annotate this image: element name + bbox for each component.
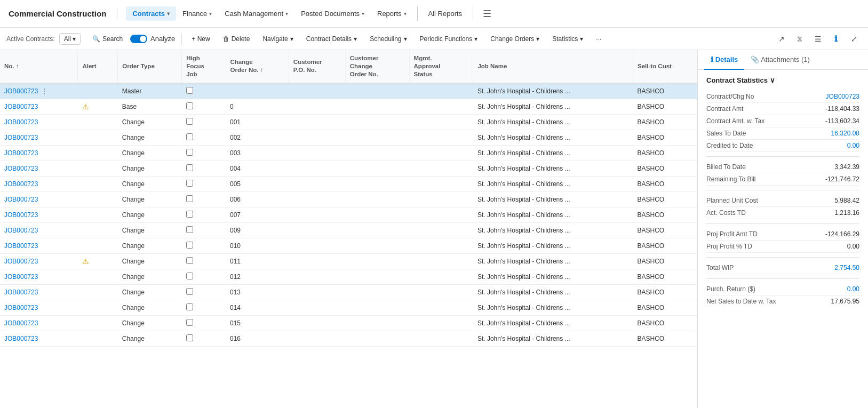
search-button[interactable]: 🔍 Search	[87, 33, 128, 45]
no-link[interactable]: JOB000723	[4, 289, 38, 296]
table-row[interactable]: JOB000723Change001St. John's Hospital - …	[0, 114, 697, 130]
new-label: + New	[192, 35, 210, 43]
no-link[interactable]: JOB000723	[4, 273, 38, 281]
table-row[interactable]: JOB000723Change006St. John's Hospital - …	[0, 191, 697, 207]
high-focus-checkbox[interactable]	[186, 273, 193, 279]
nav-item-cash-management[interactable]: Cash Management ▾	[218, 6, 294, 21]
no-link[interactable]: JOB000723	[4, 134, 38, 141]
col-job-name[interactable]: Job Name	[473, 50, 633, 83]
col-alert[interactable]: Alert	[78, 50, 118, 83]
contract-details-button[interactable]: Contract Details ▾	[301, 33, 362, 45]
col-no[interactable]: No. ↑	[0, 50, 78, 83]
high-focus-checkbox[interactable]	[186, 133, 193, 140]
no-link[interactable]: JOB000723	[4, 335, 38, 342]
col-high-focus[interactable]: HighFocusJob	[182, 50, 226, 83]
table-row[interactable]: JOB000723Change002St. John's Hospital - …	[0, 130, 697, 145]
tab-attachments[interactable]: 📎 Attachments (1)	[744, 50, 816, 70]
new-button[interactable]: + New	[186, 33, 215, 45]
table-row[interactable]: JOB000723⚠Change011St. John's Hospital -…	[0, 253, 697, 269]
delete-button[interactable]: 🗑 Delete	[218, 33, 256, 45]
cell-change-order-no: 010	[226, 238, 289, 253]
no-link[interactable]: JOB000723	[4, 165, 38, 172]
nav-item-finance[interactable]: Finance ▾	[176, 6, 218, 21]
table-row[interactable]: JOB000723Change009St. John's Hospital - …	[0, 222, 697, 238]
high-focus-checkbox[interactable]	[186, 149, 193, 156]
hamburger-menu[interactable]: ☰	[477, 5, 497, 23]
change-orders-button[interactable]: Change Orders ▾	[485, 33, 545, 45]
col-change-order-no[interactable]: ChangeOrder No. ↑	[226, 50, 289, 83]
info-icon-btn[interactable]: ℹ	[829, 31, 843, 46]
periodic-functions-button[interactable]: Periodic Functions ▾	[415, 33, 483, 45]
cell-high-focus	[182, 191, 226, 207]
cell-order-type: Change	[118, 269, 182, 284]
col-customer-change[interactable]: CustomerChangeOrder No.	[345, 50, 409, 83]
no-link[interactable]: JOB000723	[4, 319, 38, 327]
no-link[interactable]: JOB000723	[4, 149, 38, 157]
col-order-type[interactable]: Order Type	[118, 50, 182, 83]
high-focus-checkbox[interactable]	[186, 319, 193, 326]
navigate-button[interactable]: Navigate ▾	[257, 33, 298, 45]
statistics-button[interactable]: Statistics ▾	[547, 33, 588, 45]
col-sell-to-cust[interactable]: Sell-to Cust	[633, 50, 697, 83]
high-focus-checkbox[interactable]	[186, 87, 193, 94]
stats-value[interactable]: 0.00	[847, 285, 859, 293]
table-row[interactable]: JOB000723Change014St. John's Hospital - …	[0, 300, 697, 315]
stats-value[interactable]: 0.00	[847, 142, 859, 149]
table-row[interactable]: JOB000723Change010St. John's Hospital - …	[0, 238, 697, 253]
filter-icon-btn[interactable]: ⧖	[792, 31, 807, 46]
stats-value[interactable]: 16,320.08	[831, 130, 859, 137]
all-reports-link[interactable]: All Reports	[422, 6, 469, 21]
high-focus-checkbox[interactable]	[186, 303, 193, 310]
no-link[interactable]: JOB000723	[4, 258, 38, 265]
high-focus-checkbox[interactable]	[186, 180, 193, 187]
high-focus-checkbox[interactable]	[186, 242, 193, 249]
table-row[interactable]: JOB000723Change007St. John's Hospital - …	[0, 207, 697, 222]
col-mgmt-status[interactable]: Mgmt.ApprovalStatus	[409, 50, 473, 83]
no-link[interactable]: JOB000723	[4, 103, 38, 110]
table-row[interactable]: JOB000723Change015St. John's Hospital - …	[0, 315, 697, 331]
share-icon-btn[interactable]: ↗	[774, 31, 789, 46]
nav-item-posted-documents[interactable]: Posted Documents ▾	[294, 6, 371, 21]
expand-icon-btn[interactable]: ⤢	[847, 31, 862, 46]
table-row[interactable]: JOB000723Change003St. John's Hospital - …	[0, 145, 697, 161]
row-context-menu[interactable]: ⋮	[41, 87, 47, 95]
no-link[interactable]: JOB000723	[4, 242, 38, 250]
high-focus-checkbox[interactable]	[186, 226, 193, 233]
cell-customer-po	[289, 222, 345, 238]
stats-value[interactable]: 2,754.50	[834, 264, 859, 271]
table-row[interactable]: JOB000723⚠Base0St. John's Hospital - Chi…	[0, 99, 697, 114]
scheduling-button[interactable]: Scheduling ▾	[364, 33, 412, 45]
nav-item-contracts[interactable]: Contracts ▾	[126, 6, 176, 21]
no-link[interactable]: JOB000723	[4, 227, 38, 234]
high-focus-checkbox[interactable]	[186, 102, 193, 109]
section-collapse-icon[interactable]: ∨	[770, 76, 775, 84]
high-focus-checkbox[interactable]	[186, 211, 193, 218]
no-link[interactable]: JOB000723	[4, 118, 38, 126]
tab-details[interactable]: ℹ Details	[704, 50, 744, 70]
stats-value[interactable]: JOB000723	[826, 93, 859, 100]
high-focus-checkbox[interactable]	[186, 288, 193, 295]
table-row[interactable]: JOB000723Change012St. John's Hospital - …	[0, 269, 697, 284]
no-link[interactable]: JOB000723	[4, 196, 38, 203]
high-focus-checkbox[interactable]	[186, 118, 193, 125]
table-row[interactable]: JOB000723⋮MasterSt. John's Hospital - Ch…	[0, 83, 697, 99]
high-focus-checkbox[interactable]	[186, 334, 193, 341]
col-customer-po[interactable]: CustomerP.O. No.	[289, 50, 345, 83]
table-row[interactable]: JOB000723Change004St. John's Hospital - …	[0, 161, 697, 176]
high-focus-checkbox[interactable]	[186, 164, 193, 171]
table-row[interactable]: JOB000723Change016St. John's Hospital - …	[0, 331, 697, 346]
cell-job-name: St. John's Hospital - Childrens ...	[473, 315, 633, 331]
table-row[interactable]: JOB000723Change013St. John's Hospital - …	[0, 284, 697, 300]
nav-item-reports[interactable]: Reports ▾	[371, 6, 413, 21]
high-focus-checkbox[interactable]	[186, 195, 193, 202]
analyze-toggle[interactable]	[130, 35, 147, 43]
more-button[interactable]: ···	[591, 33, 607, 45]
no-link[interactable]: JOB000723	[4, 87, 38, 95]
no-link[interactable]: JOB000723	[4, 304, 38, 311]
list-icon-btn[interactable]: ☰	[810, 31, 825, 46]
no-link[interactable]: JOB000723	[4, 180, 38, 188]
active-contracts-filter[interactable]: All ▾	[59, 33, 81, 45]
no-link[interactable]: JOB000723	[4, 211, 38, 219]
table-row[interactable]: JOB000723Change005St. John's Hospital - …	[0, 176, 697, 191]
high-focus-checkbox[interactable]	[186, 257, 193, 264]
